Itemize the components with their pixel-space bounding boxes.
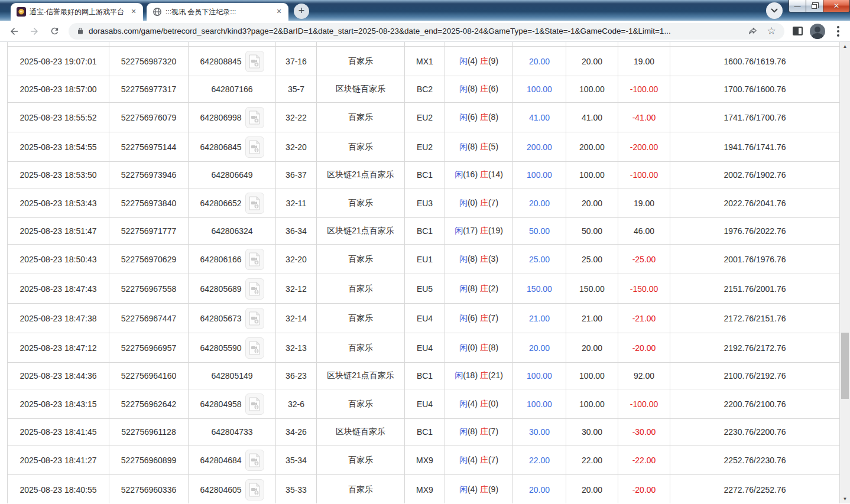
game-name: 区块链百家乐 <box>317 76 405 102</box>
valid-amount: 200.00 <box>566 132 618 161</box>
restore-button[interactable] <box>806 0 823 12</box>
tab-search-chevron-down-icon[interactable] <box>766 2 783 19</box>
bet-amount-text[interactable]: 50.00 <box>529 226 550 236</box>
valid-amount: 20.00 <box>566 333 618 362</box>
scrollbar-thumb[interactable] <box>841 333 849 399</box>
video-replay-button[interactable] <box>245 394 264 415</box>
player-banker-counts: 闲(6) 庄(7) <box>445 304 513 333</box>
game-result: 36-23 <box>276 363 317 389</box>
tab-close-icon[interactable]: × <box>129 7 138 17</box>
share-icon[interactable] <box>745 24 760 38</box>
video-replay-button[interactable] <box>245 450 264 471</box>
win-loss: -100.00 <box>618 389 670 418</box>
profile-avatar[interactable] <box>810 24 825 39</box>
bet-amount-text[interactable]: 20.00 <box>529 57 550 66</box>
video-replay-button[interactable] <box>245 479 264 500</box>
bet-amount-text[interactable]: 200.00 <box>527 142 552 152</box>
video-replay-button[interactable] <box>245 51 264 72</box>
game-number-text: 642806166 <box>200 255 241 264</box>
banker-label: 庄 <box>480 370 488 380</box>
player-count: (6) <box>468 112 478 122</box>
bet-amount-text[interactable]: 30.00 <box>529 427 550 437</box>
bet-time: 2025-08-23 18:51:47 <box>8 218 109 244</box>
player-label: 闲 <box>455 170 463 179</box>
win-loss: -25.00 <box>618 245 670 274</box>
win-loss-text: -22.00 <box>632 456 656 465</box>
game-number: 642805673 <box>189 304 276 333</box>
tab-close-icon[interactable]: × <box>274 7 284 17</box>
game-name: 百家乐 <box>317 103 405 132</box>
video-replay-button[interactable] <box>245 249 264 270</box>
side-panel-icon[interactable] <box>793 27 803 35</box>
bet-time: 2025-08-23 18:44:36 <box>8 363 109 389</box>
forward-button[interactable] <box>26 23 43 40</box>
table-code: EU1 <box>405 245 445 274</box>
browser-tab-tongbao[interactable]: 通宝-信誉最好的网上游戏平台 × <box>11 3 143 21</box>
vertical-scrollbar[interactable]: ▲ ▼ <box>840 42 850 503</box>
video-replay-button[interactable] <box>245 193 264 214</box>
bookmark-star-icon[interactable]: ☆ <box>764 24 778 38</box>
bet-amount-text[interactable]: 100.00 <box>527 371 552 381</box>
game-name: 区块链21点百家乐 <box>317 162 405 188</box>
table-row: 2025-08-23 18:54:55522756975144642806845… <box>8 132 839 161</box>
address-bar[interactable]: dorasabs.com/game/betrecord_search/kind3… <box>69 23 784 40</box>
bet-time: 2025-08-23 18:40:55 <box>8 475 109 503</box>
game-number: 642804684 <box>189 446 276 474</box>
browser-tab-betrecord[interactable]: :::视讯 会员下注纪录::: × <box>147 3 288 21</box>
table-row: 2025-08-23 19:07:01522756987320642808845… <box>8 46 839 76</box>
game-number: 642805590 <box>189 333 276 362</box>
bet-amount-text[interactable]: 22.00 <box>529 456 550 465</box>
video-replay-button[interactable] <box>245 278 264 300</box>
video-replay-button[interactable] <box>245 308 264 329</box>
bet-amount-text[interactable]: 150.00 <box>527 284 552 294</box>
refresh-button[interactable] <box>46 23 63 40</box>
bet-amount-text[interactable]: 41.00 <box>529 113 550 122</box>
win-loss-text: -20.00 <box>632 343 656 353</box>
bet-amount-text[interactable]: 20.00 <box>529 485 550 495</box>
video-replay-button[interactable] <box>245 107 264 128</box>
bet-time: 2025-08-23 18:43:15 <box>8 389 109 418</box>
scrollbar-down-arrow-icon[interactable]: ▼ <box>840 495 850 503</box>
player-count: (8) <box>468 284 478 293</box>
scrollbar-up-arrow-icon[interactable]: ▲ <box>840 42 850 51</box>
page-content: 2025-08-23 19:07:01522756987320642808845… <box>0 42 850 503</box>
game-result: 37-16 <box>276 47 317 76</box>
back-button[interactable] <box>6 23 22 40</box>
win-loss-text: -21.00 <box>632 314 656 323</box>
game-number-text: 642808845 <box>200 57 241 66</box>
valid-amount: 30.00 <box>566 419 618 445</box>
player-banker-counts: 闲(0) 庄(8) <box>445 333 513 362</box>
balance: 2001.76/1976.76 <box>670 245 839 274</box>
bet-amount-text[interactable]: 25.00 <box>529 255 550 264</box>
bet-amount-text[interactable]: 100.00 <box>527 170 552 180</box>
new-tab-button[interactable]: + <box>294 4 309 19</box>
minimize-button[interactable]: — <box>789 0 806 12</box>
win-loss: 46.00 <box>618 218 670 244</box>
banker-count: (0) <box>488 399 498 408</box>
table-row: 2025-08-23 18:57:00522756977317642807166… <box>8 76 839 102</box>
win-loss-text: -100.00 <box>630 170 658 180</box>
video-doc-icon <box>249 453 261 467</box>
menu-kebab-icon[interactable] <box>832 24 844 39</box>
bet-time: 2025-08-23 18:47:43 <box>8 274 109 303</box>
player-label: 闲 <box>459 84 468 93</box>
player-banker-counts: 闲(4) 庄(9) <box>445 47 513 76</box>
bet-amount-text[interactable]: 100.00 <box>527 399 552 409</box>
win-loss: -100.00 <box>618 76 670 102</box>
bet-amount-text[interactable]: 20.00 <box>529 199 550 208</box>
win-loss: 19.00 <box>618 188 670 217</box>
bet-amount-text[interactable]: 100.00 <box>527 84 552 94</box>
video-replay-button[interactable] <box>245 136 264 158</box>
bet-amount: 22.00 <box>513 446 566 474</box>
table-row: 2025-08-23 18:44:36522756964160642805149… <box>8 362 839 389</box>
game-number-text: 642805673 <box>200 314 241 323</box>
player-label: 闲 <box>459 485 468 494</box>
bet-amount-text[interactable]: 20.00 <box>529 343 550 353</box>
bet-id: 522756960336 <box>109 475 189 503</box>
game-result: 32-11 <box>276 188 317 217</box>
lock-icon <box>77 27 84 35</box>
video-replay-button[interactable] <box>245 337 264 359</box>
url-text[interactable]: dorasabs.com/game/betrecord_search/kind3… <box>89 27 741 35</box>
close-button[interactable]: ✕ <box>823 0 850 12</box>
bet-amount-text[interactable]: 21.00 <box>529 314 550 323</box>
